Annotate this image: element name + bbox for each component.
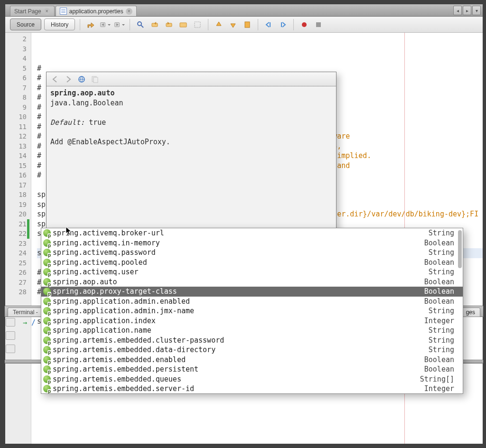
property-icon [43, 356, 51, 364]
shift-line-left-button[interactable] [263, 19, 274, 30]
autocomplete-type: Boolean [424, 238, 454, 248]
svg-rect-12 [316, 22, 321, 27]
line-number: 14 [5, 151, 27, 161]
doc-default-value: true [84, 118, 106, 127]
view-history-button[interactable]: History [44, 19, 75, 30]
tab-close-icon[interactable]: × [126, 8, 132, 15]
toggle-rectangular-selection-button[interactable] [192, 19, 203, 30]
autocomplete-item[interactable]: spring.activemq.broker-urlString [41, 228, 463, 238]
doc-open-browser-icon[interactable] [77, 75, 86, 84]
autocomplete-item[interactable]: spring.artemis.embedded.queuesString[] [41, 374, 463, 384]
find-next-button[interactable] [163, 19, 175, 30]
property-icon [43, 239, 51, 247]
tab-application-properties[interactable]: application.properties × [56, 6, 137, 16]
autocomplete-type: Boolean [424, 355, 454, 365]
line-number: 25 [5, 258, 27, 268]
autocomplete-key: spring.activemq.broker-url [53, 228, 427, 238]
doc-property-type: java.lang.Boolean [50, 98, 332, 108]
autocomplete-item[interactable]: spring.application.nameString [41, 326, 463, 336]
toggle-highlight-button[interactable] [178, 19, 189, 30]
scroll-tabs-right-button[interactable]: ▸ [463, 6, 471, 15]
line-number: 13 [5, 141, 27, 151]
tabs-menu-button[interactable]: ▾ [472, 6, 481, 15]
autocomplete-type: String [429, 326, 454, 336]
autocomplete-key: spring.activemq.password [53, 248, 427, 258]
autocomplete-scrollbar[interactable] [458, 230, 462, 268]
property-icon [43, 365, 51, 373]
line-number: 27 [5, 278, 27, 288]
find-previous-button[interactable] [149, 19, 160, 30]
autocomplete-item[interactable]: spring.activemq.passwordString [41, 248, 463, 258]
svg-rect-8 [245, 22, 250, 28]
shift-line-right-button[interactable] [277, 19, 289, 30]
autocomplete-item[interactable]: spring.application.admin.enabledBoolean [41, 297, 463, 307]
autocomplete-item[interactable]: spring.artemis.embedded.cluster-password… [41, 336, 463, 345]
property-icon [43, 288, 51, 295]
doc-open-source-icon[interactable] [90, 75, 100, 84]
bottom-right-label: ges [466, 309, 475, 316]
start-macro-recording-button[interactable] [299, 19, 310, 30]
tab-close-icon[interactable]: × [44, 8, 50, 15]
view-source-button[interactable]: Source [10, 19, 41, 30]
autocomplete-item[interactable]: spring.artemis.embedded.server-idInteger [41, 384, 463, 394]
line-number: 18 [5, 190, 27, 200]
autocomplete-key: spring.artemis.embedded.persistent [53, 364, 422, 374]
autocomplete-item[interactable]: spring.application.admin.jmx-nameString [41, 306, 463, 316]
property-icon [43, 278, 51, 286]
line-number: 6 [5, 73, 27, 83]
tab-label: Start Page [14, 8, 41, 15]
line-number: 2 [5, 34, 27, 44]
scroll-tabs-left-button[interactable]: ◂ [453, 6, 462, 15]
line-number: 19 [5, 200, 27, 210]
autocomplete-item[interactable]: spring.aop.autoBoolean [41, 277, 463, 287]
terminal-tool-2[interactable] [6, 331, 15, 340]
autocomplete-key: spring.application.name [53, 326, 427, 336]
doc-back-icon[interactable] [50, 75, 60, 84]
property-icon [43, 336, 51, 344]
last-edit-location-button[interactable] [85, 19, 96, 30]
property-icon [43, 327, 51, 334]
svg-line-3 [141, 25, 143, 28]
back-button[interactable] [99, 19, 111, 30]
terminal-tab[interactable]: Terminal - [8, 308, 43, 317]
property-icon [43, 249, 51, 256]
svg-rect-7 [195, 22, 200, 28]
line-number: 21 [5, 219, 27, 229]
forward-button[interactable] [113, 19, 125, 30]
autocomplete-item[interactable]: spring.artemis.embedded.data-directorySt… [41, 345, 463, 355]
file-icon [60, 8, 67, 15]
autocomplete-popup[interactable]: spring.activemq.broker-urlStringspring.a… [41, 228, 463, 394]
doc-popup-toolbar [47, 72, 336, 86]
autocomplete-item[interactable]: spring.aop.proxy-target-classBoolean [41, 287, 463, 297]
stop-macro-recording-button[interactable] [313, 19, 324, 30]
bottom-right-tab[interactable]: ges [461, 308, 480, 317]
toggle-bookmark-button[interactable] [242, 19, 253, 30]
svg-rect-4 [152, 23, 158, 27]
find-selection-button[interactable] [135, 19, 146, 30]
autocomplete-item[interactable]: spring.artemis.embedded.enabledBoolean [41, 355, 463, 365]
line-number: 20 [5, 209, 27, 219]
line-number: 15 [5, 161, 27, 171]
autocomplete-item[interactable]: spring.activemq.in-memoryBoolean [41, 238, 463, 248]
tabstrip-nav: ◂ ▸ ▾ [453, 6, 481, 15]
autocomplete-item[interactable]: spring.activemq.pooledBoolean [41, 258, 463, 268]
svg-rect-5 [166, 23, 172, 27]
tab-label: application.properties [69, 8, 123, 15]
previous-bookmark-button[interactable] [213, 19, 224, 30]
autocomplete-key: spring.artemis.embedded.data-directory [53, 345, 427, 355]
autocomplete-item[interactable]: spring.artemis.embedded.persistentBoolea… [41, 364, 463, 374]
terminal-tool-3[interactable] [6, 345, 15, 353]
terminal-tool-1[interactable] [6, 318, 15, 327]
line-number: 26 [5, 268, 27, 278]
line-number: 24 [5, 248, 27, 258]
tab-start-page[interactable]: Start Page × [10, 6, 55, 16]
autocomplete-key: spring.activemq.user [53, 267, 427, 277]
autocomplete-key: spring.artemis.embedded.cluster-password [53, 336, 427, 345]
doc-forward-icon[interactable] [64, 75, 73, 84]
autocomplete-item[interactable]: spring.activemq.userString [41, 267, 463, 277]
next-bookmark-button[interactable] [227, 19, 239, 30]
property-icon [43, 268, 51, 276]
autocomplete-key: spring.application.admin.jmx-name [53, 306, 427, 316]
autocomplete-item[interactable]: spring.application.indexInteger [41, 316, 463, 326]
autocomplete-key: spring.aop.proxy-target-class [53, 287, 422, 297]
